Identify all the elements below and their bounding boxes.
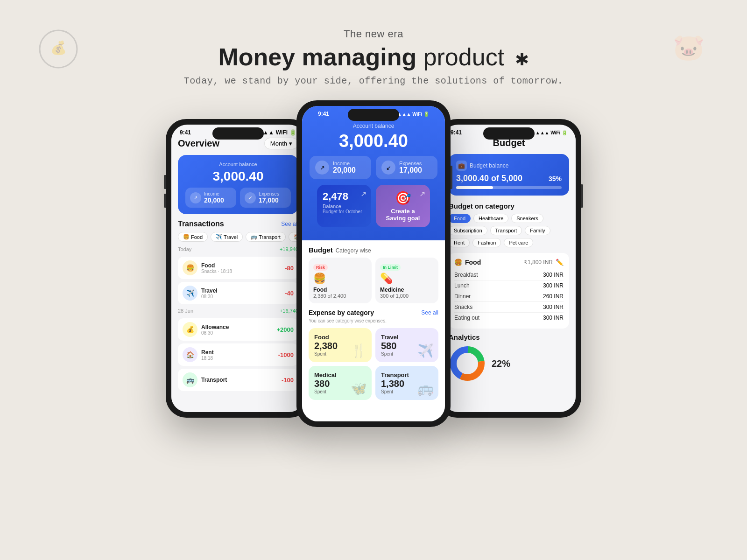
- tile-travel: Travel 580 Spent ✈️: [375, 328, 438, 362]
- phone-left: 9:41 ▲▲▲ WiFi 🔋 Overview Month ▾: [166, 119, 310, 418]
- food-budget-card: 🍔 Food ₹1,800 INR ✏️ Breakfast 300 INR: [449, 253, 569, 329]
- notch-right: [483, 127, 535, 140]
- chip-fashion[interactable]: Fashion: [472, 238, 501, 247]
- screen-left: 9:41 ▲▲▲ WiFi 🔋 Overview Month ▾: [171, 125, 305, 412]
- chip-family[interactable]: Family: [525, 226, 550, 235]
- hero-title: Money managing product ✱: [0, 43, 747, 71]
- chip-petcare[interactable]: Pet care: [504, 238, 533, 247]
- chip-transport[interactable]: Transport: [490, 226, 522, 235]
- expense-grid: Food 2,380 Spent 🍴 Travel 580 Spent ✈️: [309, 328, 438, 400]
- budget-right-content: Budget 💼 Budget balance 3,000.40 of 5,00…: [442, 138, 576, 410]
- screen-center: 9:41 ▲▲▲ WiFi 🔋 Account balance 3,000.40…: [302, 106, 445, 421]
- budget-progress-bar: [456, 186, 562, 189]
- hero-subtitle: The new era: [0, 28, 747, 40]
- transactions-header: Transactions See all: [178, 220, 298, 228]
- food-item-lunch: Lunch 300 INR: [454, 280, 564, 291]
- hero-tagline: Today, we stand by your side, offering t…: [0, 76, 747, 86]
- budget-categories: Risk 🍔 Food 2,380 of 2,400 In Limit 💊 Me…: [309, 258, 438, 303]
- tile-transport: Transport 1,380 Spent 🚌: [375, 366, 438, 400]
- pie-chart: [449, 345, 486, 382]
- food-item-eatingout: Eating out 300 INR: [454, 313, 564, 323]
- category-chips: Food Healthcare Sneakers Subscription Tr…: [449, 214, 569, 247]
- see-all-left[interactable]: See all: [281, 221, 298, 227]
- today-group: Today +19,940 🍔 Food Snacks · 18:18 -80 …: [178, 246, 298, 304]
- center-expense: ↙ Expenses 17,000: [376, 156, 437, 179]
- cat-food: Risk 🍔 Food 2,380 of 2,400: [309, 258, 372, 303]
- month-button[interactable]: Month ▾: [264, 138, 298, 149]
- notch-left: [212, 127, 264, 140]
- chip-healthcare[interactable]: Healthcare: [473, 214, 508, 223]
- screen-right: 9:41 ▲▲▲ WiFi 🔋 Budget 💼 Budget balance: [442, 125, 576, 412]
- txn-travel: ✈️ Travel 08:30 -40: [178, 282, 298, 304]
- overview-content: Overview Month ▾ Account balance 3,000.4…: [171, 138, 305, 410]
- food-item-breakfast: Breakfast 300 INR: [454, 270, 564, 280]
- chip-rent[interactable]: Rent: [449, 238, 470, 247]
- budget-card-saving: ↗ 🎯 Create a Saving goal: [376, 185, 430, 227]
- balance-row: ↗ Income 20,000 ↙ Expenses 17,000: [185, 188, 291, 208]
- center-bottom: Budget Category wise Risk 🍔 Food 2,380 o…: [302, 240, 445, 421]
- edit-icon[interactable]: ✏️: [556, 259, 564, 266]
- phone-center: 9:41 ▲▲▲ WiFi 🔋 Account balance 3,000.40…: [296, 100, 451, 427]
- expense-header: Expense by category See all: [309, 309, 438, 316]
- balance-label: Account balance: [185, 161, 291, 167]
- phones-container: 9:41 ▲▲▲ WiFi 🔋 Overview Month ▾: [0, 100, 747, 427]
- tile-medical: Medical 380 Spent 🦋: [309, 366, 372, 400]
- txn-rent: 🏠 Rent 18:18 -1000: [178, 343, 298, 366]
- center-income: ↗ Income 20,000: [310, 156, 371, 179]
- hero-title-bold: Money managing: [218, 43, 416, 70]
- balance-amount: 3,000.40: [185, 169, 291, 184]
- balance-card-left: Account balance 3,000.40 ↗ Income 20,000…: [178, 155, 298, 214]
- tile-food: Food 2,380 Spent 🍴: [309, 328, 372, 362]
- filter-travel[interactable]: ✈️ Travel: [211, 232, 243, 242]
- cat-medicine: In Limit 💊 Medicine 300 of 1,000: [375, 258, 438, 303]
- budget-balance-card: 💼 Budget balance 3,000.40 of 5,000 35%: [449, 154, 569, 196]
- jun-group: 28 Jun +16,740 💰 Allowance 08:30 +2000 🏠: [178, 308, 298, 391]
- chip-subscription[interactable]: Subscription: [449, 226, 487, 235]
- txn-allowance: 💰 Allowance 08:30 +2000: [178, 318, 298, 341]
- budget-cards-row: ↗ 2,478 Balance Budget for October ↗ 🎯 C…: [317, 185, 430, 227]
- center-top: 9:41 ▲▲▲ WiFi 🔋 Account balance 3,000.40…: [302, 106, 445, 240]
- filter-transport[interactable]: 🚌 Transport: [246, 232, 286, 242]
- hero-section: The new era Money managing product ✱ Tod…: [0, 0, 747, 86]
- txn-food: 🍔 Food Snacks · 18:18 -80: [178, 257, 298, 279]
- chip-sneakers[interactable]: Sneakers: [511, 214, 543, 223]
- food-item-snacks: Snacks 300 INR: [454, 302, 564, 313]
- txn-transport: 🚌 Transport -100: [178, 369, 298, 391]
- notch-center: [348, 109, 399, 121]
- filter-food[interactable]: 🍔 Food: [178, 232, 208, 242]
- see-all-center[interactable]: See all: [421, 309, 438, 316]
- overview-title: Overview: [178, 138, 219, 149]
- income-item: ↗ Income 20,000: [185, 188, 236, 208]
- expense-item: ↙ Expenses 17,000: [240, 188, 291, 208]
- phone-right: 9:41 ▲▲▲ WiFi 🔋 Budget 💼 Budget balance: [437, 119, 581, 418]
- filter-row: 🍔 Food ✈️ Travel 🚌 Transport 🏠 Rent: [178, 232, 298, 242]
- budget-card-balance: ↗ 2,478 Balance Budget for October: [317, 185, 371, 227]
- chip-food[interactable]: Food: [449, 214, 471, 223]
- center-income-expense: ↗ Income 20,000 ↙ Expenses 17,000: [310, 156, 437, 179]
- time-left: 9:41: [180, 129, 191, 136]
- food-item-dinner: Dinner 260 INR: [454, 291, 564, 302]
